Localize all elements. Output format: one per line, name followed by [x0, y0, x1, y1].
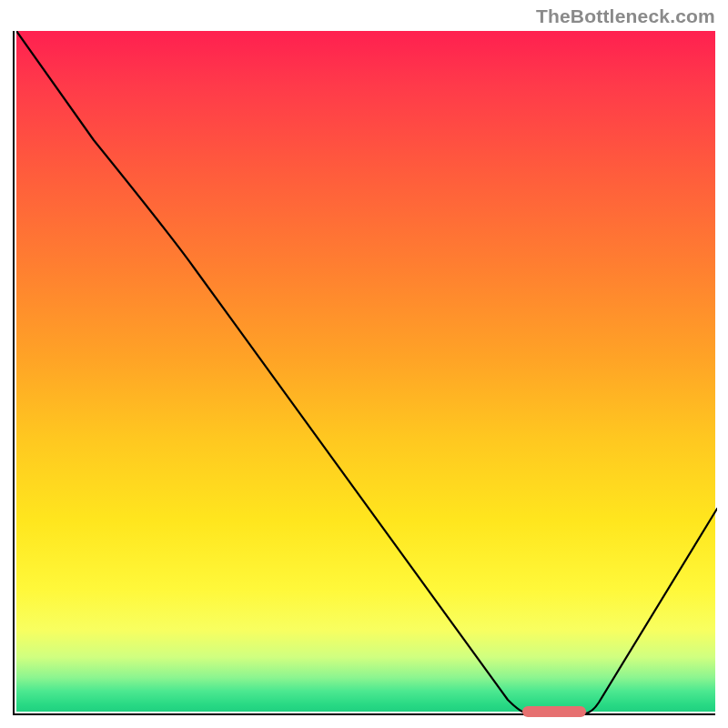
gradient-background: [16, 31, 715, 712]
plot-area: [13, 31, 715, 715]
optimal-range-marker: [522, 706, 586, 717]
watermark-text: TheBottleneck.com: [536, 5, 715, 27]
chart-canvas: TheBottleneck.com: [0, 0, 728, 728]
